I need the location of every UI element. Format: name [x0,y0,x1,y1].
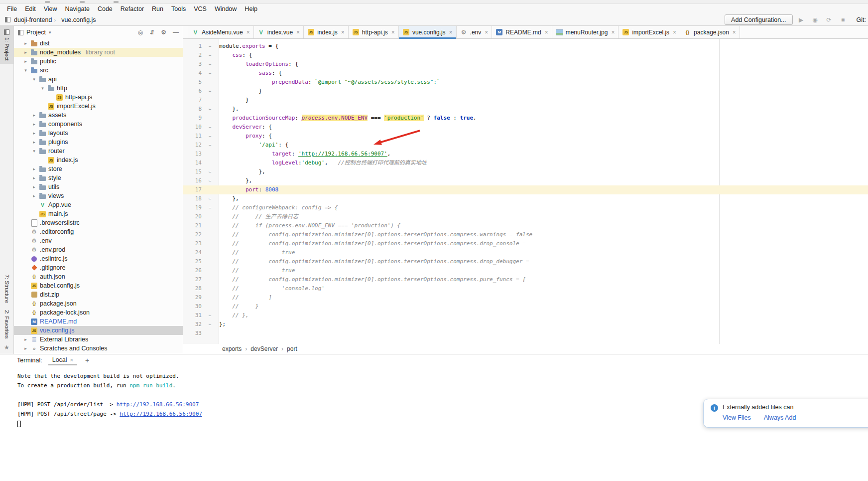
editor-tab[interactable]: http-api.js× [349,26,399,38]
breadcrumb-file[interactable]: vue.config.js [61,16,96,23]
code-line[interactable]: 15⌐ }, [183,167,868,176]
collapse-all-icon[interactable]: ⇵ [149,29,154,36]
tree-item[interactable]: ▸public [14,57,183,66]
new-terminal-icon[interactable]: + [83,356,91,364]
fold-marker[interactable]: − [206,203,219,212]
star-icon[interactable]: ★ [4,342,9,354]
chevron-right-icon[interactable]: ▸ [31,166,37,171]
tree-item[interactable]: importExcel.js [14,102,183,111]
tab-close-icon[interactable]: × [485,29,488,36]
fold-marker[interactable]: − [206,51,219,60]
editor-body[interactable]: 1−module.exports = {2− css: {3− loaderOp… [183,39,868,344]
tree-item[interactable]: ▾router [14,147,183,156]
code-line[interactable]: 3− loaderOptions: { [183,60,868,69]
code-line[interactable]: 10− devServer: { [183,123,868,132]
menu-item-help[interactable]: Help [241,5,261,13]
editor-tab[interactable]: importExcel.js× [619,26,680,38]
breadcrumb-item[interactable]: exports [222,345,242,352]
stop-icon[interactable] [838,16,849,23]
menu-item-window[interactable]: Window [211,5,241,13]
tree-item[interactable]: ▸dist [14,39,183,48]
code-line[interactable]: 18⌐ }, [183,194,868,203]
tree-item[interactable]: App.vue [14,200,183,209]
tree-item[interactable]: .browserslistrc [14,218,183,227]
fold-marker[interactable]: − [206,123,219,132]
code-line[interactable]: 1−module.exports = { [183,42,868,51]
notification-action[interactable]: View Files [723,414,751,421]
chevron-right-icon[interactable]: ▸ [31,175,37,180]
code-line[interactable]: 20 // // 生产去除日志 [183,212,868,221]
chevron-right-icon[interactable]: ▸ [23,59,28,64]
tree-item[interactable]: .env.prod [14,245,183,254]
tree-item[interactable]: ▾src [14,66,183,75]
tree-item[interactable]: .eslintrc.js [14,254,183,263]
code-line[interactable]: 12− '/api': { [183,141,868,150]
tab-close-icon[interactable]: × [733,29,736,36]
code-line[interactable]: 25 // config.optimization.minimizer[0].o… [183,257,868,266]
editor-tab[interactable]: index.vue× [254,26,304,38]
breadcrumb-item[interactable]: port [287,345,297,352]
chevron-right-icon[interactable]: ▸ [23,41,28,46]
tree-item[interactable]: .editorconfig [14,227,183,236]
fold-marker[interactable]: ⌐ [206,311,219,320]
tree-item[interactable]: http-api.js [14,93,183,102]
notification-action[interactable]: Always Add [764,414,796,421]
code-line[interactable]: 33 [183,329,868,338]
menu-item-view[interactable]: View [40,5,61,13]
add-configuration-button[interactable]: Add Configuration... [725,14,793,25]
coverage-icon[interactable] [810,16,821,23]
code-line[interactable]: 16⌐ }, [183,176,868,185]
terminal-title[interactable]: Terminal: [17,357,42,364]
git-branch-widget[interactable]: Git: [857,16,866,23]
menu-item-run[interactable]: Run [148,5,167,13]
menu-item-tools[interactable]: Tools [167,5,190,13]
fold-marker[interactable]: ⌐ [206,194,219,203]
tree-item[interactable]: vue.config.js [14,326,183,335]
tree-item[interactable]: ▸utils [14,182,183,191]
chevron-down-icon[interactable]: ▾ [31,77,37,82]
tree-item[interactable]: ▸store [14,164,183,173]
tab-close-icon[interactable]: × [545,29,548,36]
fold-marker[interactable]: ⌐ [206,167,219,176]
code-line[interactable]: 14 logLevel:'debug', //控制台终端打印代理前的真实地址 [183,159,868,167]
tool-window-button-structure[interactable]: 7: Structure [4,271,10,307]
tree-item[interactable]: ▸assets [14,111,183,120]
chevron-right-icon[interactable]: ▸ [31,184,37,189]
code-line[interactable]: 19− // configureWebpack: config => { [183,203,868,212]
chevron-right-icon[interactable]: ▸ [31,131,37,136]
code-line[interactable]: 6⌐ } [183,87,868,96]
gear-icon[interactable]: ⚙ [161,29,166,36]
code-line[interactable]: 29 // ] [183,293,868,302]
tab-close-icon[interactable]: × [341,29,345,36]
code-line[interactable]: 5 prependData: `@import "~@/assets/scss/… [183,78,868,87]
editor-tab[interactable]: menuRouter.jpg× [552,26,619,38]
code-line[interactable]: 24 // true [183,248,868,257]
chevron-down-icon[interactable]: ▾ [23,68,28,73]
tab-close-icon[interactable]: × [673,29,676,36]
code-line[interactable]: 13 target: 'http://192.168.66.56:9007', [183,150,868,159]
project-panel-title[interactable]: Project [26,29,46,36]
hide-panel-icon[interactable]: — [173,29,179,36]
breadcrumb-item[interactable]: devServer [250,345,278,352]
code-line[interactable]: 9 productionSourceMap: process.env.NODE_… [183,114,868,123]
code-line[interactable]: 4− sass: { [183,69,868,78]
tree-item[interactable]: index.js [14,156,183,164]
editor-tab[interactable]: AsideMenu.vue× [188,26,254,38]
fold-marker[interactable]: − [206,60,219,69]
terminal-link[interactable]: http://192.168.66.56:9007 [117,401,199,408]
tree-item[interactable]: auth.json [14,272,183,281]
locate-file-icon[interactable]: ◎ [138,29,143,36]
tab-close-icon[interactable]: × [391,29,395,36]
tree-item[interactable]: ▸Scratches and Consoles [14,344,183,353]
tree-item[interactable]: ▾http [14,84,183,93]
code-line[interactable]: 26 // true [183,266,868,275]
tree-item[interactable]: .gitignore [14,263,183,272]
code-line[interactable]: 21 // if (process.env.NODE_ENV === 'prod… [183,221,868,230]
editor-tab[interactable]: README.md× [492,26,552,38]
chevron-right-icon[interactable]: ▸ [31,113,37,118]
tree-item[interactable]: package.json [14,299,183,308]
chevron-right-icon[interactable]: ▸ [23,50,28,55]
menu-item-file[interactable]: File [3,5,21,13]
fold-marker[interactable]: ⌐ [206,87,219,96]
fold-marker[interactable]: − [206,69,219,78]
